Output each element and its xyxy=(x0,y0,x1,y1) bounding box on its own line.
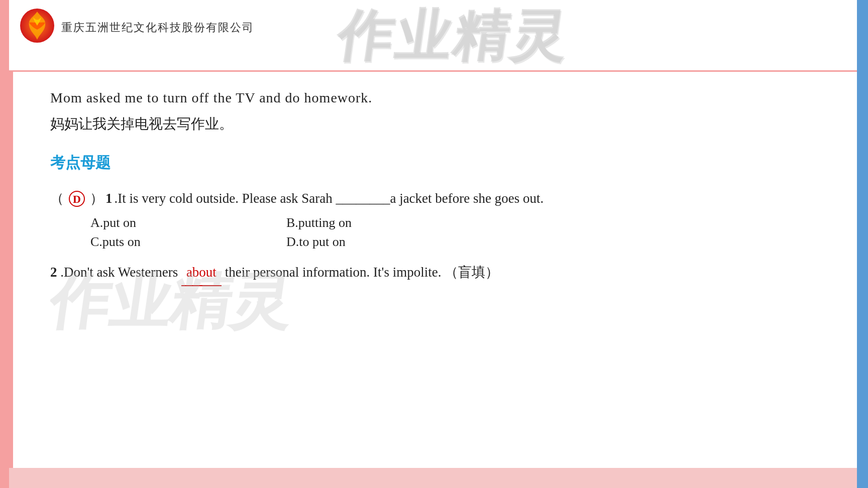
question2-text: .Don't ask Westerners xyxy=(60,265,181,280)
header: 重庆五洲世纪文化科技股份有限公司 作业精灵 xyxy=(9,0,857,70)
section-title: 考点母题 xyxy=(50,153,818,173)
option-c: C.puts on xyxy=(90,234,246,250)
right-accent-bar xyxy=(857,0,868,488)
question1-block: （ D ） 1 .It is very cold outside. Please… xyxy=(50,186,818,250)
question1-number: 1 xyxy=(105,186,113,211)
question2-text-after: their personal information. It's impolit… xyxy=(225,265,445,280)
option-a: A.put on xyxy=(90,215,246,230)
question2-block: 2 .Don't ask Westerners about their pers… xyxy=(50,260,818,286)
question2-suffix: （盲填） xyxy=(445,265,499,280)
bottom-accent-bar xyxy=(9,468,857,488)
content-left-accent xyxy=(9,70,13,468)
question1-text: .It is very cold outside. Please ask Sar… xyxy=(115,186,544,211)
question1-line: （ D ） 1 .It is very cold outside. Please… xyxy=(50,186,818,211)
open-paren: （ xyxy=(50,186,64,211)
option-d: D.to put on xyxy=(286,234,442,250)
logo-container: 重庆五洲世纪文化科技股份有限公司 xyxy=(19,8,254,44)
option-b: B.putting on xyxy=(286,215,442,230)
question2-answer: about xyxy=(181,260,222,286)
sentence-block: Mom asked me to turn off the TV and do h… xyxy=(50,85,818,138)
left-accent-bar xyxy=(0,0,9,488)
question2-number: 2 xyxy=(50,265,57,280)
sentence-chinese: 妈妈让我关掉电视去写作业。 xyxy=(50,110,818,137)
watermark-text: 作业精灵 xyxy=(333,0,574,73)
question1-answer-circle: D xyxy=(69,191,85,207)
company-logo-icon xyxy=(19,8,55,44)
sentence-english: Mom asked me to turn off the TV and do h… xyxy=(50,85,818,110)
close-paren: ） xyxy=(90,186,103,211)
question1-options: A.put on B.putting on C.puts on D.to put… xyxy=(90,215,442,250)
main-content: Mom asked me to turn off the TV and do h… xyxy=(20,70,848,468)
company-name: 重庆五洲世纪文化科技股份有限公司 xyxy=(61,20,254,35)
